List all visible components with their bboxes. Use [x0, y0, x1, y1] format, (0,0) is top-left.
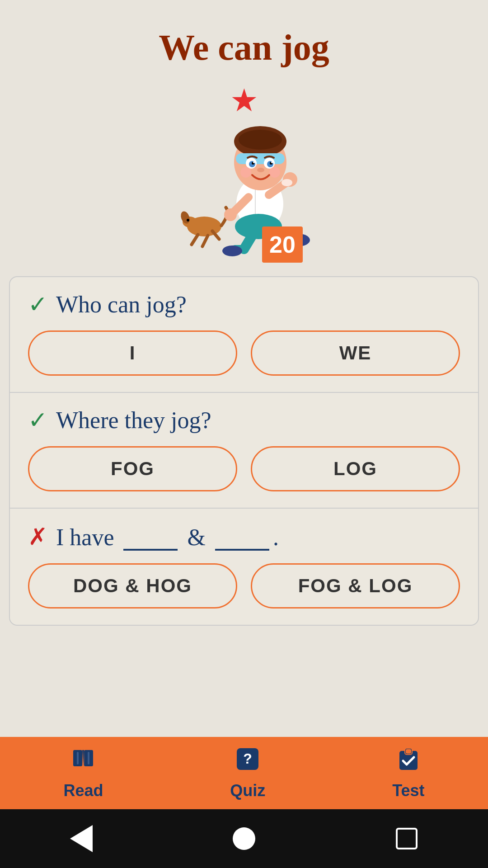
nav-label-read: Read [63, 781, 103, 800]
svg-point-36 [240, 167, 251, 178]
svg-text:?: ? [244, 750, 253, 767]
answer-btn-q1-a1[interactable]: I [28, 330, 237, 376]
question-block-3: ✗ I have & . DOG & HOG FOG & LOG [10, 509, 478, 625]
answer-row-1: I WE [28, 330, 460, 376]
question-row-1: ✓ Who can jog? [28, 291, 460, 318]
svg-point-25 [239, 130, 282, 150]
svg-point-6 [187, 219, 189, 222]
back-icon [70, 825, 93, 852]
svg-line-4 [202, 236, 208, 246]
home-button[interactable] [226, 821, 262, 857]
quiz-container: ✓ Who can jog? I WE ✓ Where they jog? FO… [9, 276, 479, 626]
recents-button[interactable] [389, 821, 425, 857]
svg-rect-40 [77, 752, 79, 764]
answer-btn-q3-a2[interactable]: FOG & LOG [251, 563, 460, 609]
svg-point-34 [271, 161, 273, 163]
character-image: 20 [172, 95, 316, 267]
blank-2 [215, 522, 269, 551]
answer-btn-q2-a2[interactable]: LOG [251, 446, 460, 491]
clipboard-check-icon [396, 746, 421, 778]
question-icon: ? [235, 746, 260, 778]
question-text-1: Who can jog? [56, 291, 187, 318]
svg-point-35 [257, 168, 264, 172]
android-nav-bar [0, 809, 488, 868]
blank-1 [123, 522, 178, 551]
check-icon-q1: ✓ [28, 291, 48, 318]
nav-item-quiz[interactable]: ? Quiz [230, 746, 265, 800]
nav-item-read[interactable]: Read [63, 746, 103, 800]
question-row-3: ✗ I have & . [28, 522, 460, 551]
book-icon [70, 746, 96, 778]
nav-label-test: Test [392, 781, 424, 800]
bottom-nav: Read ? Quiz Test [0, 737, 488, 809]
page-title: We can jog [159, 27, 329, 68]
question-block-2: ✓ Where they jog? FOG LOG [10, 393, 478, 509]
answer-btn-q3-a1[interactable]: DOG & HOG [28, 563, 237, 609]
check-icon-q2: ✓ [28, 406, 48, 434]
illustration-area: ★ [108, 77, 380, 267]
answer-btn-q1-a2[interactable]: WE [251, 330, 460, 376]
question-block-1: ✓ Who can jog? I WE [10, 277, 478, 393]
answer-row-2: FOG LOG [28, 446, 460, 491]
svg-point-9 [222, 245, 242, 256]
answer-row-3: DOG & HOG FOG & LOG [28, 563, 460, 609]
svg-rect-41 [88, 752, 89, 764]
question-text-3: I have & . [56, 522, 279, 551]
svg-point-21 [224, 208, 237, 221]
nav-label-quiz: Quiz [230, 781, 265, 800]
number-badge: 20 [262, 226, 303, 263]
recents-icon [396, 828, 418, 849]
check-icon-q3: ✗ [28, 523, 48, 550]
svg-point-19 [282, 179, 292, 186]
svg-rect-26 [236, 153, 285, 164]
answer-btn-q2-a1[interactable]: FOG [28, 446, 237, 491]
home-icon [233, 827, 255, 850]
back-button[interactable] [63, 821, 99, 857]
svg-point-33 [253, 161, 255, 163]
svg-rect-46 [406, 749, 411, 754]
svg-point-37 [269, 167, 280, 178]
svg-line-3 [192, 235, 198, 245]
question-row-2: ✓ Where they jog? [28, 406, 460, 434]
nav-item-test[interactable]: Test [392, 746, 424, 800]
question-text-2: Where they jog? [56, 407, 211, 434]
